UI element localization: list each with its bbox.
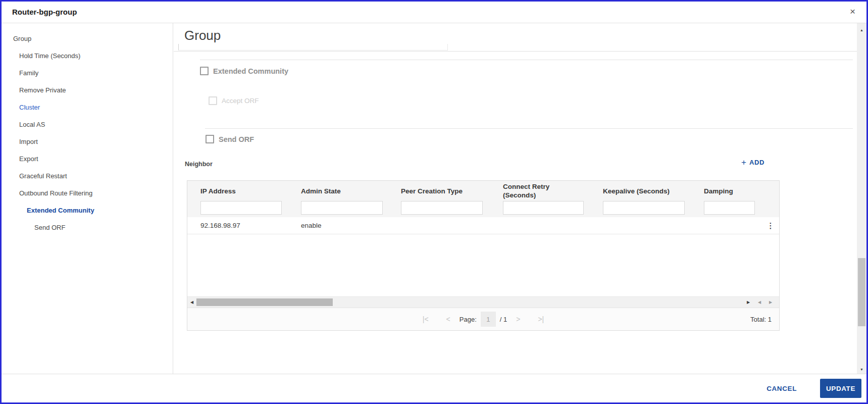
table-cell-keepalive-seconds bbox=[603, 217, 695, 234]
router-bgp-group-dialog: Router-bgp-group × GroupHold Time (Secon… bbox=[0, 0, 868, 404]
filter-input-admin-state[interactable] bbox=[301, 201, 383, 215]
filter-input-connect-retry-seconds[interactable] bbox=[503, 201, 584, 215]
sidebar-item-graceful-restart[interactable]: Graceful Restart bbox=[2, 167, 173, 184]
filter-input-damping[interactable] bbox=[704, 201, 755, 215]
row-actions-kebab-icon[interactable]: ⋮ bbox=[764, 217, 777, 234]
neighbor-section-label: Neighbor bbox=[185, 161, 213, 168]
filter-input-ip-address[interactable] bbox=[200, 201, 282, 215]
page-number-input bbox=[481, 312, 496, 327]
extended-community-checkbox[interactable] bbox=[200, 67, 209, 75]
clipped-field-artifact bbox=[178, 44, 448, 50]
last-page-icon[interactable]: >| bbox=[538, 315, 544, 323]
send-orf-checkbox-row: Send ORF bbox=[206, 135, 254, 143]
table-cell-damping bbox=[704, 217, 765, 234]
neighbor-table: IP AddressAdmin StatePeer Creation TypeC… bbox=[187, 180, 780, 331]
sidebar-item-family[interactable]: Family bbox=[2, 64, 173, 81]
send-orf-checkbox[interactable] bbox=[206, 135, 214, 143]
sidebar-item-send-orf[interactable]: Send ORF bbox=[2, 219, 173, 236]
hscroll-right-arrow-icon[interactable]: ▶ bbox=[747, 297, 750, 308]
hscroll-left-arrow-icon[interactable]: ◀ bbox=[190, 297, 193, 308]
table-cell-ip-address: 92.168.98.97 bbox=[200, 217, 292, 234]
heading-divider bbox=[174, 51, 858, 52]
filter-input-keepalive-seconds[interactable] bbox=[603, 201, 685, 215]
sidebar-item-export[interactable]: Export bbox=[2, 150, 173, 167]
section-divider bbox=[200, 60, 853, 60]
add-button-label: ADD bbox=[749, 159, 764, 166]
sidebar-item-hold-time-seconds[interactable]: Hold Time (Seconds) bbox=[2, 47, 173, 64]
plus-icon: + bbox=[741, 158, 746, 167]
dialog-header: Router-bgp-group × bbox=[2, 2, 866, 23]
add-neighbor-button[interactable]: + ADD bbox=[741, 158, 764, 167]
next-column-arrow-icon[interactable]: ▶ bbox=[769, 297, 772, 308]
vscroll-thumb[interactable] bbox=[858, 258, 865, 326]
send-orf-label: Send ORF bbox=[219, 135, 254, 143]
sidebar-item-extended-community[interactable]: Extended Community bbox=[2, 201, 173, 219]
sidebar-item-local-as[interactable]: Local AS bbox=[2, 116, 173, 133]
table-row[interactable]: ⋮ 92.168.98.97enable bbox=[187, 217, 779, 234]
first-page-icon[interactable]: |< bbox=[423, 315, 429, 323]
sidebar-item-import[interactable]: Import bbox=[2, 133, 173, 150]
sidebar: GroupHold Time (Seconds)FamilyRemove Pri… bbox=[2, 23, 173, 374]
column-header-ip-address: IP Address bbox=[200, 182, 281, 201]
sidebar-item-cluster[interactable]: Cluster bbox=[2, 98, 173, 116]
scroll-up-arrow-icon[interactable]: ▲ bbox=[857, 28, 866, 32]
column-header-connect-retry-seconds: Connect Retry (Seconds) bbox=[503, 182, 566, 201]
next-page-icon[interactable]: > bbox=[516, 315, 520, 323]
sidebar-item-remove-private[interactable]: Remove Private bbox=[2, 81, 173, 98]
dialog-title: Router-bgp-group bbox=[12, 8, 77, 16]
close-icon[interactable]: × bbox=[850, 7, 855, 16]
sidebar-item-group[interactable]: Group bbox=[2, 30, 173, 47]
page-label: Page: bbox=[459, 316, 477, 323]
dialog-footer: CANCEL UPDATE bbox=[2, 374, 866, 402]
extended-community-label: Extended Community bbox=[213, 67, 288, 75]
accept-orf-checkbox-row: Accept ORF bbox=[209, 96, 259, 105]
column-header-keepalive-seconds: Keepalive (Seconds) bbox=[603, 182, 691, 201]
total-count-label: Total: 1 bbox=[750, 308, 772, 330]
filter-input-peer-creation-type[interactable] bbox=[401, 201, 483, 215]
table-cell-connect-retry-seconds bbox=[503, 217, 594, 234]
vertical-scrollbar: ▲ ▼ bbox=[857, 23, 866, 376]
accept-orf-label: Accept ORF bbox=[222, 97, 259, 105]
table-pagination: |< < Page: / 1 > >| Total: 1 bbox=[187, 308, 779, 330]
table-horizontal-scrollbar: ◀ ▶ ◀ ▶ bbox=[187, 296, 779, 308]
page-total-label: / 1 bbox=[500, 316, 507, 323]
table-cell-peer-creation-type bbox=[401, 217, 493, 234]
previous-page-icon[interactable]: < bbox=[446, 315, 450, 323]
neighbor-table-header: IP AddressAdmin StatePeer Creation TypeC… bbox=[187, 181, 779, 217]
scroll-down-arrow-icon[interactable]: ▼ bbox=[857, 368, 866, 371]
update-button[interactable]: UPDATE bbox=[820, 379, 861, 398]
page-title: Group bbox=[184, 28, 221, 43]
accept-orf-checkbox bbox=[209, 96, 217, 105]
sidebar-item-outbound-route-filtering[interactable]: Outbound Route Filtering bbox=[2, 184, 173, 201]
hscroll-thumb[interactable] bbox=[196, 298, 333, 306]
prev-column-arrow-icon[interactable]: ◀ bbox=[758, 297, 761, 308]
column-header-admin-state: Admin State bbox=[301, 182, 382, 201]
column-header-damping: Damping bbox=[704, 182, 770, 201]
section-divider bbox=[205, 128, 853, 129]
extended-community-checkbox-row: Extended Community bbox=[200, 67, 288, 75]
cancel-button[interactable]: CANCEL bbox=[767, 385, 797, 392]
table-cell-admin-state: enable bbox=[301, 217, 393, 234]
column-header-peer-creation-type: Peer Creation Type bbox=[401, 182, 489, 201]
